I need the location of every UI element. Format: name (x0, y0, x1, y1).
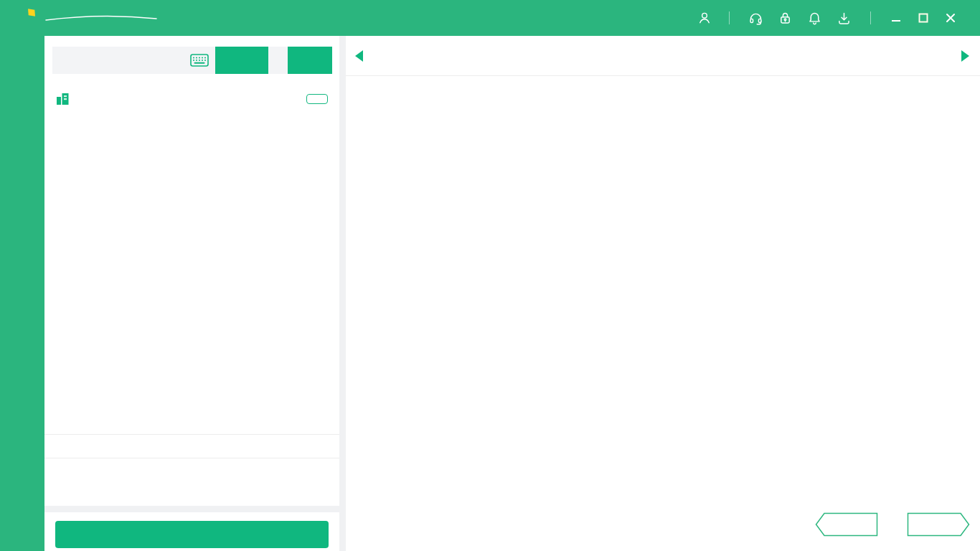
divider (729, 11, 730, 24)
add-product-button[interactable] (306, 94, 328, 104)
card-search-section (52, 47, 332, 74)
order-summary (44, 458, 339, 506)
keyboard-icon[interactable] (190, 54, 209, 70)
category-bar (346, 36, 980, 76)
building-icon (56, 92, 70, 105)
maximize-button[interactable] (918, 12, 929, 24)
summary-points (192, 468, 331, 479)
bottom-bar (346, 502, 980, 551)
scroll-right-icon[interactable] (961, 50, 970, 62)
lock-icon[interactable] (778, 11, 793, 26)
search-button[interactable] (215, 47, 268, 74)
venue-grid (346, 76, 980, 502)
summary-total (192, 486, 331, 498)
venue-area (346, 36, 980, 551)
headset-icon[interactable] (748, 11, 763, 26)
pay-button[interactable] (55, 521, 329, 548)
summary-discount (53, 486, 192, 498)
slogan (44, 11, 159, 24)
minimize-button[interactable] (890, 12, 902, 24)
user-icon (697, 11, 712, 25)
summary-qty (53, 468, 192, 479)
panel-divider (339, 36, 346, 551)
bell-icon[interactable] (807, 11, 822, 26)
pagination (815, 512, 970, 537)
divider (870, 11, 871, 24)
slogan-underline (44, 15, 159, 22)
promo-row[interactable] (44, 434, 339, 458)
next-page-button[interactable] (907, 512, 970, 537)
prev-page-button[interactable] (815, 512, 878, 537)
add-member-button[interactable] (288, 47, 332, 74)
sidebar-nav (0, 36, 44, 551)
scroll-left-icon[interactable] (354, 50, 364, 62)
divider (44, 506, 339, 512)
order-panel (44, 36, 339, 551)
top-bar (0, 0, 980, 36)
download-icon[interactable] (837, 11, 852, 26)
current-user[interactable] (697, 11, 717, 25)
current-order-info (44, 74, 339, 115)
close-button[interactable] (945, 12, 956, 24)
